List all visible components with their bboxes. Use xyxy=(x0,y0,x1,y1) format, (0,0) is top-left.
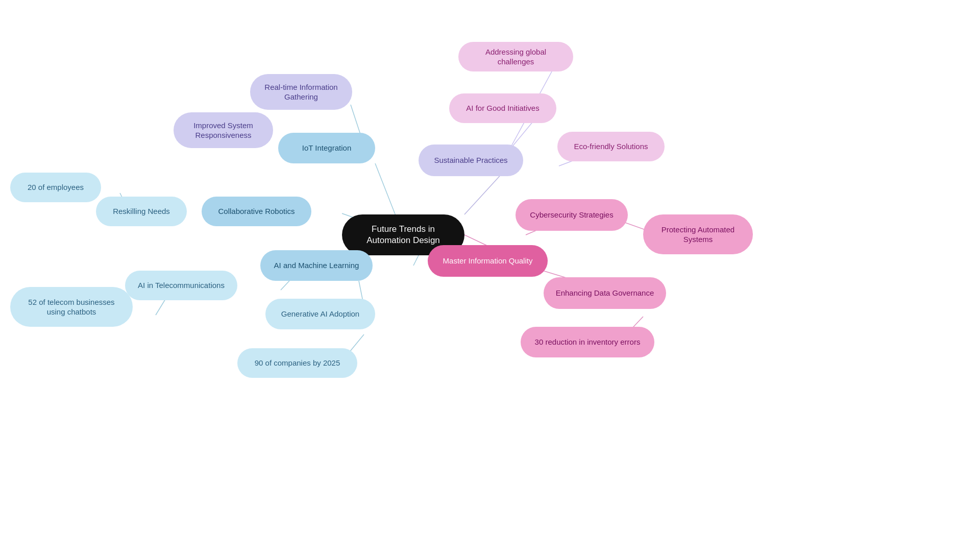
ai-telecom-node: AI in Telecommunications xyxy=(125,271,237,300)
genai-node: Generative AI Adoption xyxy=(265,299,375,329)
eco-node: Eco-friendly Solutions xyxy=(557,132,665,161)
inventory-30-node: 30 reduction in inventory errors xyxy=(521,327,654,357)
companies-90-node: 90 of companies by 2025 xyxy=(237,348,357,378)
iot-node: IoT Integration xyxy=(278,133,375,163)
master-info-node: Master Information Quality xyxy=(428,245,548,277)
protecting-node: Protecting Automated Systems xyxy=(643,214,753,254)
ai-good-node: AI for Good Initiatives xyxy=(449,93,556,123)
reskilling-node: Reskilling Needs xyxy=(96,197,187,226)
realtime-node: Real-time Information Gathering xyxy=(250,74,352,110)
cyber-node: Cybersecurity Strategies xyxy=(516,199,628,231)
telecom-52-node: 52 of telecom businesses using chatbots xyxy=(10,287,133,327)
improved-node: Improved System Responsiveness xyxy=(174,112,273,148)
employees-20-node: 20 of employees xyxy=(10,173,101,202)
addressing-node: Addressing global challenges xyxy=(458,42,573,71)
collaborative-node: Collaborative Robotics xyxy=(202,197,311,226)
sustainable-node: Sustainable Practices xyxy=(419,145,523,176)
aiml-node: AI and Machine Learning xyxy=(260,250,373,281)
enhancing-node: Enhancing Data Governance xyxy=(544,277,666,309)
